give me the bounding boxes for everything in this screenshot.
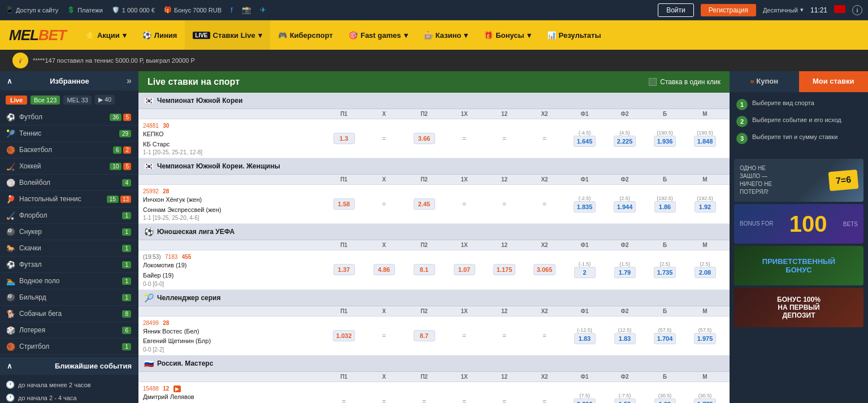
odds-p1-kepko[interactable]: 1.3 [324,133,364,144]
odds-p2-lok[interactable]: 8.1 [404,264,444,275]
odds-f1-kepko[interactable]: (-4.5)1.645 [565,130,605,147]
odds-f2-kepko[interactable]: (4.5)2.225 [605,130,645,147]
odds-f2-dm[interactable]: (-7.5)1.52 [605,393,645,403]
one-click-checkbox[interactable] [649,78,657,86]
favorites-header[interactable]: ∧ Избранное » [0,71,138,90]
bet-step-2: 2 Выберите событие и его исход [736,116,861,127]
sport-item-tennis[interactable]: 🎾 Теннис 29 [0,125,138,142]
bet-steps: 1 Выберите вид спорта 2 Выберите событие… [730,92,868,157]
sport-name-tabletennis: Настольный теннис [19,195,107,203]
register-button[interactable]: Регистрация [701,4,756,16]
one-click-bet[interactable]: Ставка в один клик [649,78,721,86]
odds-b-incheon[interactable]: (192.5)1.86 [645,196,685,213]
odds-f1-incheon[interactable]: (-2.5)1.835 [565,196,605,213]
odds-p2-yannik[interactable]: 8.7 [404,330,444,341]
odds-1x-lok[interactable]: 1.07 [444,264,484,275]
nearest-item-4h[interactable]: 🕐 до начала 2 - 4 часа [6,391,133,403]
sport-item-floorball[interactable]: 🏑 Флорбол 1 [0,207,138,224]
filter-video-button[interactable]: ▶ 40 [95,95,115,105]
rm-flag-icon: 🇷🇺 [144,359,154,368]
promo-banner-3[interactable]: ПРИВЕТСТВЕННЫЙБОНУС [734,246,863,285]
odds-f2-yannik[interactable]: (12.5)1.83 [605,327,645,344]
odds-p1-incheon[interactable]: 1.58 [324,198,364,210]
nav-casino[interactable]: 🎰 Казино ▾ [416,20,476,50]
filter-mel-button[interactable]: MEL 33 [63,96,92,105]
sport-item-snooker[interactable]: 🎱 Снукер 1 [0,224,138,240]
sport-item-waterpolo[interactable]: 🏊 Водное поло 1 [0,273,138,289]
odds-b-yannik[interactable]: (57.5)1.704 [645,327,685,344]
odds-f2-incheon[interactable]: (2.5)1.944 [605,196,645,213]
league-name-sk: Чемпионат Южной Кореи [157,97,242,105]
filter-all-button[interactable]: Все 123 [31,96,60,105]
odds-b-kepko[interactable]: (190.5)1.936 [645,130,685,147]
info-button[interactable]: i [852,5,862,15]
decimal-selector[interactable]: Десятичный ▾ [763,6,804,14]
match-info-yannik: 28499 28 Янник Востес (Бел) Евгений Щети… [143,319,324,353]
sport-item-futsal[interactable]: ⚽ Футзал 1 [0,257,138,273]
expand-icon[interactable]: » [127,76,132,86]
tab-mybets[interactable]: Мои ставки [799,71,869,92]
nav-fastgames[interactable]: 🎯 Fast games ▾ [341,20,416,50]
odds-x2-lok[interactable]: 3.065 [524,264,565,275]
nav-live[interactable]: LIVE Ставки Live ▾ [185,20,270,50]
sport-item-dogs[interactable]: 🐕 Собачьи бега 8 [0,306,138,322]
promo-banner-2[interactable]: BONUS FOR 100 BETS [734,204,863,244]
odds-m-kepko[interactable]: (190.5)1.848 [685,130,725,147]
nav-line[interactable]: ⚽ Линия [134,20,185,50]
nav-bonuses[interactable]: 🎁 Бонусы ▾ [476,20,539,50]
odds-f2-lok[interactable]: (1.5)1.79 [605,261,645,278]
sport-item-billiards[interactable]: 🎱 Бильярд 1 [0,289,138,306]
nav-promotions[interactable]: ⭐ Акции ▾ [77,20,134,50]
sport-count-tabletennis: 15 [107,196,119,203]
odds-b-lok[interactable]: (2.5)1.735 [645,261,685,278]
login-button[interactable]: Войти [658,3,694,17]
odds-p1-yannik[interactable]: 1.032 [324,330,364,341]
nearest-item-2h[interactable]: 🕐 до начала менее 2 часов [6,378,133,391]
promo-banner-1[interactable]: ОДНО НЕЗАШЛО —НИЧЕГО НЕПОТЕРЯЛ! 7=6 [734,159,863,202]
odds-12-lok[interactable]: 1.175 [484,264,524,275]
promo-item[interactable]: 🛡️ 1 000 000 € [112,6,155,14]
sport-count-dogs: 8 [122,310,131,318]
odds-f1-yannik[interactable]: (-12.5)1.83 [565,327,605,344]
sport-item-streetball[interactable]: 🏀 Стритбол 1 [0,339,138,355]
sport-item-lottery[interactable]: 🎲 Лотерея 6 [0,322,138,339]
table-row: 24881 30 КЕПКО КБ Старс 1-1 [20-25, 25-2… [138,119,730,158]
odds-m-incheon[interactable]: (192.5)1.92 [685,196,725,213]
nearest-events-header[interactable]: ∧ Ближайшие события [0,357,138,375]
odds-p2-kepko[interactable]: 3.66 [404,133,444,144]
site-logo[interactable]: MELBET [9,27,77,44]
odds-b-dm[interactable]: (30.5)1.89 [645,393,685,403]
odds-m-lok[interactable]: (2.5)2.08 [685,261,725,278]
bonus-item[interactable]: 🎁 Бонус 7000 RUB [164,6,222,14]
sport-item-football[interactable]: ⚽ Футбол 36 5 [0,109,138,125]
nav-esports[interactable]: 🎮 Киберспорт [270,20,341,50]
odds-12-dm: = [484,397,524,403]
payments-item[interactable]: 💲 Платежи [67,6,103,14]
social-instagram[interactable]: 📸 [242,6,251,14]
social-facebook[interactable]: f [231,6,233,14]
sport-item-volleyball[interactable]: 🏐 Волейбол 4 [0,175,138,191]
odds-f1-dm[interactable]: (7.5)2.296 [565,393,605,403]
promo-text-2: BONUS FOR [740,220,773,228]
tab-coupon[interactable]: » Купон [730,71,799,92]
ball-icon: ⚽ [142,31,151,40]
sport-item-tabletennis[interactable]: 🏓 Настольный теннис 15 13 [0,191,138,207]
sport-item-horses[interactable]: 🐎 Скачки 1 [0,240,138,257]
language-flag[interactable] [834,5,845,15]
nav-results[interactable]: 📊 Результаты [539,20,609,50]
promo-banner-4[interactable]: БОНУС 100%НА ПЕРВЫЙДЕПОЗИТ [734,288,863,327]
social-telegram[interactable]: ✈ [260,6,266,14]
right-tabs: » Купон Мои ставки [730,71,868,92]
odds-x-lok[interactable]: 4.86 [364,264,404,275]
odds-p1-lok[interactable]: 1.37 [324,264,364,275]
sport-item-basketball[interactable]: 🏀 Баскетбол 6 2 [0,142,138,158]
video-icon[interactable]: ▶ [173,385,181,392]
chevron-right-icon: » [750,77,754,85]
odds-p2-incheon[interactable]: 2.45 [404,198,444,210]
sport-item-hockey[interactable]: 🏒 Хоккей 10 5 [0,158,138,175]
access-item[interactable]: 📱 Доступ к сайту [6,6,58,14]
odds-f1-lok[interactable]: (-1.5)2 [565,261,605,278]
league-header-skw: 🇰🇷 Чемпионат Южной Кореи. Женщины [138,158,730,175]
odds-m-yannik[interactable]: (57.5)1.975 [685,327,725,344]
odds-m-dm[interactable]: (30.5)1.775 [685,393,725,403]
